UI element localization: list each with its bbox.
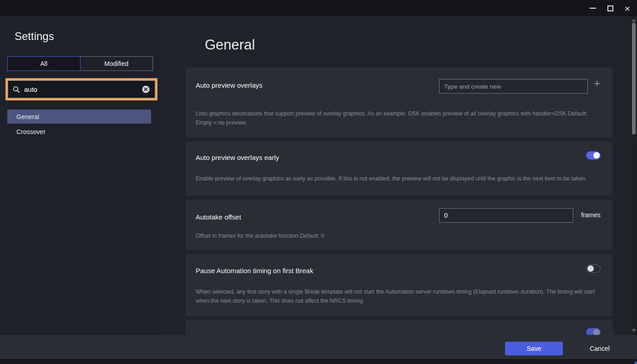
tab-modified[interactable]: Modified <box>80 56 153 71</box>
setting-card-partial <box>186 319 613 335</box>
tab-all[interactable]: All <box>7 56 81 71</box>
cancel-button[interactable]: Cancel <box>581 342 618 355</box>
toggle-knob <box>593 329 600 335</box>
clear-icon <box>142 85 150 93</box>
setting-description: Offset in frames for the autotake functi… <box>196 231 603 240</box>
setting-description: When selected, any first story with a si… <box>196 287 603 305</box>
search-highlight-box <box>5 78 157 100</box>
add-button[interactable]: + <box>591 77 603 90</box>
close-icon: × <box>625 4 630 13</box>
scrollbar-thumb[interactable] <box>632 23 636 135</box>
setting-card-auto-preview-overlays: Auto preview overlays + Lists graphics d… <box>186 67 613 138</box>
window-controls: × <box>584 0 636 16</box>
save-button[interactable]: Save <box>505 342 563 355</box>
autotake-offset-input[interactable] <box>439 208 573 223</box>
toggle-auto-preview-early[interactable] <box>586 151 601 160</box>
page-title: General <box>205 37 255 53</box>
maximize-button[interactable] <box>602 0 619 16</box>
toggle-knob <box>593 152 600 159</box>
setting-label: Auto preview overlays <box>196 81 263 89</box>
search-box <box>8 80 155 98</box>
main-panel: General Auto preview overlays + Lists gr… <box>160 16 637 335</box>
tag-create-input[interactable] <box>439 79 588 94</box>
search-icon <box>13 86 20 93</box>
window-bottom-edge <box>0 359 637 364</box>
footer-bar: Save Cancel <box>0 335 637 359</box>
setting-description: Lists graphics destinations that support… <box>196 109 603 127</box>
unit-label: frames <box>581 211 601 219</box>
setting-label: Auto preview overlays early <box>196 154 279 161</box>
maximize-icon <box>607 5 613 11</box>
minimize-icon <box>590 8 596 9</box>
toggle-partial-setting[interactable] <box>586 328 601 335</box>
plus-icon: + <box>594 77 601 90</box>
scroll-down-arrow-icon[interactable] <box>632 329 636 332</box>
toggle-pause-automation-timing[interactable] <box>586 264 601 273</box>
toggle-knob <box>587 265 594 272</box>
filter-tabs: All Modified <box>7 56 153 71</box>
minimize-button[interactable] <box>584 0 602 16</box>
settings-window: × Settings All Modified <box>0 0 637 364</box>
window-resize-corner <box>635 362 637 364</box>
setting-card-auto-preview-overlays-early: Auto preview overlays early Enable previ… <box>186 141 613 196</box>
setting-card-autotake-offset: Autotake offset frames Offset in frames … <box>186 199 613 250</box>
settings-category-list: General Crossover <box>7 110 151 140</box>
title-bar: × <box>0 0 637 16</box>
setting-label: Pause Automation timing on first Break <box>196 267 313 274</box>
vertical-scrollbar <box>631 16 637 335</box>
sidebar-title: Settings <box>15 30 54 43</box>
setting-label: Autotake offset <box>196 213 241 221</box>
setting-description: Enable preview of overlay graphics as ea… <box>196 174 603 183</box>
scroll-up-arrow-icon[interactable] <box>632 19 636 22</box>
clear-search-button[interactable] <box>141 85 150 94</box>
sidebar-item-general[interactable]: General <box>7 110 151 124</box>
close-button[interactable]: × <box>619 0 636 16</box>
sidebar: Settings All Modified <box>0 16 160 335</box>
search-input[interactable] <box>24 85 141 93</box>
setting-card-pause-automation-timing: Pause Automation timing on first Break W… <box>186 254 613 316</box>
sidebar-item-crossover[interactable]: Crossover <box>7 125 151 139</box>
